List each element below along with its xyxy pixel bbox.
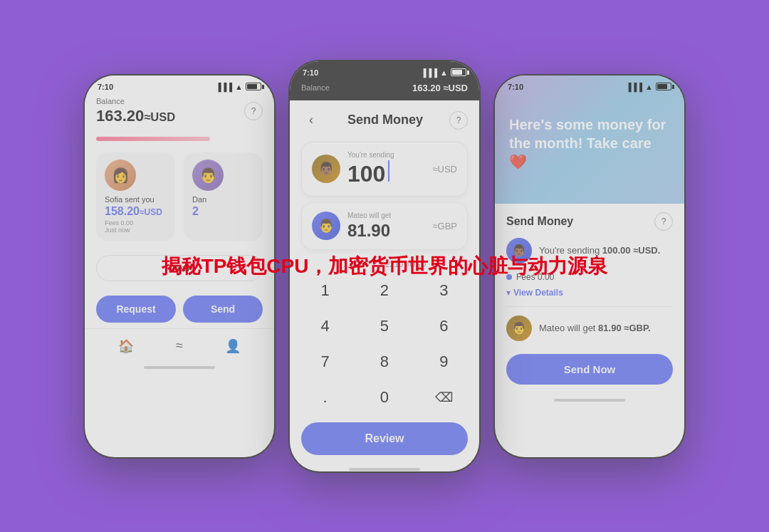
time-2: 7:10: [303, 68, 318, 77]
time-1: 7:10: [98, 83, 113, 91]
p2-receiving-amount: 81.90: [347, 221, 390, 240]
status-bar-2: 7:10 ▐▐▐ ▲: [290, 61, 479, 80]
p2-key-9[interactable]: 9: [414, 344, 474, 380]
p1-request-button[interactable]: Request: [96, 296, 176, 323]
p3-view-details-link[interactable]: View Details: [513, 288, 563, 298]
phone-3-screen: 7:10 ▐▐▐ ▲ Here's some money for the mon…: [495, 75, 684, 457]
p2-key-5[interactable]: 5: [355, 308, 414, 344]
p3-message: Here's some money for the month! Take ca…: [509, 115, 670, 171]
p3-sending-row: 👨🏾 You're sending 100.00 ≈USD.: [506, 238, 673, 264]
p2-sending-currency: ≈USD: [432, 164, 457, 174]
signal-icon-2: ▐▐▐: [421, 68, 437, 77]
p2-back-button[interactable]: ‹: [301, 110, 321, 130]
p2-header: Balance 163.20 ≈USD: [290, 80, 479, 100]
p1-avatar-sofia: 👩: [105, 160, 136, 191]
phone-2: 7:10 ▐▐▐ ▲ Balance 163.20 ≈USD ‹ Send Mo…: [288, 60, 481, 473]
p1-nav-profile[interactable]: 👤: [223, 336, 243, 356]
phone-1-screen: 7:10 ▐▐▐ ▲ Balance 163.20≈USD ?: [85, 75, 274, 457]
p2-sending-amount: 100: [347, 161, 385, 187]
p2-key-7[interactable]: 7: [295, 344, 355, 380]
status-bar-3: 7:10 ▐▐▐ ▲: [495, 75, 684, 94]
p3-fees-text: Fees 0.00: [516, 272, 554, 282]
p2-cursor: [388, 160, 389, 182]
p2-title-row: ‹ Send Money ?: [290, 100, 479, 137]
phone-1: 7:10 ▐▐▐ ▲ Balance 163.20≈USD ?: [83, 74, 276, 459]
p1-avatar-dan: 👨: [192, 160, 224, 191]
p1-progress-bar: [96, 137, 210, 141]
p3-send-now-button[interactable]: Send Now: [506, 354, 673, 385]
p1-balance-label: Balance: [96, 97, 175, 105]
p2-receive-content: Mateo will get 81.90: [347, 212, 425, 241]
p2-receive-box: 👨 Mateo will get 81.90 ≈GBP: [301, 202, 468, 250]
phone-3: 7:10 ▐▐▐ ▲ Here's some money for the mon…: [493, 74, 686, 459]
p1-header: Balance 163.20≈USD ?: [85, 94, 274, 131]
p3-help-button[interactable]: ?: [654, 212, 673, 231]
p3-sending-text: You're sending 100.00 ≈USD.: [539, 245, 660, 256]
p2-exchange-rate: 1 ≈GBP = 1.2210 ≈USD: [290, 256, 479, 273]
p3-home-indicator: [495, 393, 684, 407]
wifi-icon-2: ▲: [440, 68, 448, 77]
p3-divider: [506, 306, 673, 307]
p2-key-4[interactable]: 4: [295, 308, 355, 344]
p2-balance-label: Balance: [301, 83, 330, 92]
status-icons-2: ▐▐▐ ▲: [421, 68, 466, 77]
p2-key-1[interactable]: 1: [295, 273, 355, 308]
p3-gradient-top: Here's some money for the month! Take ca…: [495, 75, 684, 204]
p2-send-content: You're sending 100: [347, 151, 425, 187]
p1-help-button[interactable]: ?: [244, 102, 263, 120]
battery-icon-1: [246, 83, 261, 90]
p3-fees-dot: [506, 274, 512, 280]
p3-send-title: Send Money: [506, 215, 573, 228]
p3-view-details[interactable]: ▾ View Details: [506, 285, 673, 303]
p2-home-indicator: [290, 462, 479, 471]
phone-2-screen: 7:10 ▐▐▐ ▲ Balance 163.20 ≈USD ‹ Send Mo…: [290, 61, 479, 471]
p3-heart-icon: ❤️: [509, 154, 527, 169]
p2-key-0[interactable]: 0: [355, 380, 414, 415]
status-icons-3: ▐▐▐ ▲: [626, 83, 671, 91]
p2-receiving-currency: ≈GBP: [432, 221, 457, 231]
p1-nav-transfer[interactable]: ≈: [169, 336, 189, 356]
wifi-icon-1: ▲: [235, 83, 243, 91]
p2-review-button[interactable]: Review: [301, 422, 468, 455]
p3-chevron-icon: ▾: [506, 288, 511, 298]
p2-key-delete[interactable]: ⌫: [414, 380, 474, 415]
p1-txn-name-sofia: Sofia sent you: [105, 195, 167, 204]
battery-icon-2: [451, 68, 466, 76]
p2-home-bar: [349, 468, 420, 471]
p3-sender-avatar: 👨🏾: [506, 238, 532, 264]
p2-send-amount-row: 100: [347, 160, 425, 187]
phones-container: 7:10 ▐▐▐ ▲ Balance 163.20≈USD ?: [83, 60, 686, 473]
p1-transactions: 👩 Sofia sent you 158.20≈USD Fees 0.00 Ju…: [85, 147, 274, 246]
p2-receive-row: 👨 Mateo will get 81.90 ≈GBP: [312, 212, 457, 241]
p2-title: Send Money: [347, 113, 423, 127]
p2-key-2[interactable]: 2: [355, 273, 414, 308]
p1-txn-amount-dan: 2: [192, 205, 254, 218]
p2-balance-amount: 163.20 ≈USD: [412, 83, 468, 93]
p2-send-box: 👨🏾 You're sending 100 ≈USD: [301, 142, 468, 197]
signal-icon-3: ▐▐▐: [626, 83, 642, 91]
signal-icon-1: ▐▐▐: [216, 83, 232, 91]
p2-key-6[interactable]: 6: [414, 308, 474, 344]
p1-txn-card-dan: 👨 Dan 2: [184, 152, 263, 241]
battery-icon-3: [656, 83, 671, 90]
p1-txn-name-dan: Dan: [192, 195, 254, 204]
status-bar-1: 7:10 ▐▐▐ ▲: [85, 75, 274, 94]
p2-receiver-avatar: 👨: [312, 212, 340, 240]
p3-home-bar: [554, 399, 625, 402]
p2-sender-avatar: 👨🏾: [312, 155, 340, 183]
p2-help-button[interactable]: ?: [449, 111, 468, 130]
p2-key-dot[interactable]: .: [295, 380, 355, 415]
p1-view-button[interactable]: View: [96, 255, 263, 281]
p1-send-button[interactable]: Send: [183, 296, 263, 323]
p3-receive-text: Mateo will get 81.90 ≈GBP.: [539, 323, 651, 333]
wifi-icon-3: ▲: [645, 83, 653, 91]
p1-txn-card-sofia: 👩 Sofia sent you 158.20≈USD Fees 0.00 Ju…: [96, 152, 175, 241]
p1-nav-home[interactable]: 🏠: [116, 336, 136, 356]
p2-key-3[interactable]: 3: [414, 273, 474, 308]
time-3: 7:10: [508, 83, 523, 91]
p2-send-row: 👨🏾 You're sending 100 ≈USD: [312, 151, 457, 187]
p3-receiver-avatar: 👨: [506, 315, 532, 341]
p2-receiving-label: Mateo will get: [347, 212, 425, 219]
p3-receive-row: 👨 Mateo will get 81.90 ≈GBP.: [506, 310, 673, 347]
p2-key-8[interactable]: 8: [355, 344, 414, 380]
